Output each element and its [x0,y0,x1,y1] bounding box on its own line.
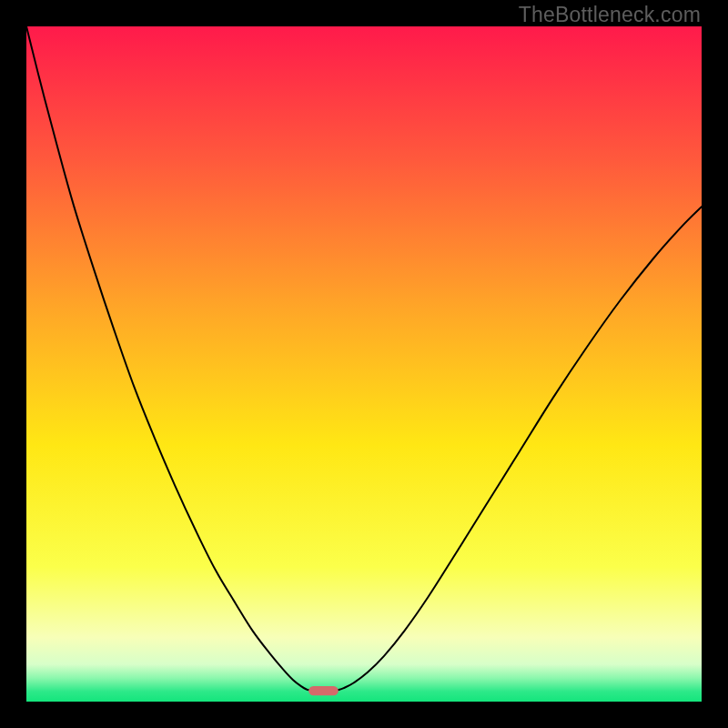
chart-svg [26,26,702,702]
marker-group [308,686,339,695]
outer-frame: TheBottleneck.com [0,0,728,728]
watermark-text: TheBottleneck.com [519,3,701,27]
gradient-background [26,26,702,702]
chart-plot-area [26,26,702,702]
optimum-marker [308,686,339,695]
